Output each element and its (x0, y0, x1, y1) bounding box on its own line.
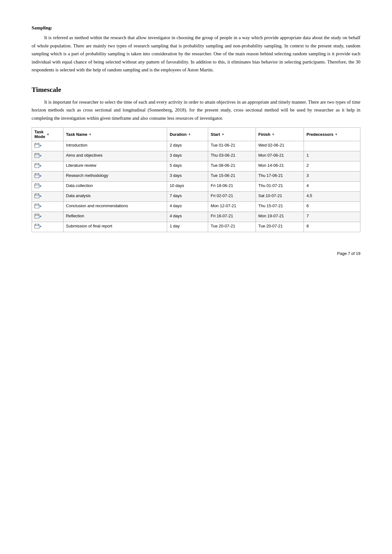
finish-cell: Sat 10-07-21 (256, 192, 304, 202)
table-row: Reflection4 daysFri 16-07-21Mon 19-07-21… (32, 212, 360, 222)
task-name-cell: Data collection (63, 182, 167, 192)
task-mode-cell (32, 161, 63, 172)
svg-rect-8 (35, 164, 39, 168)
task-mode-icon (34, 183, 41, 189)
table-row: Research methodology3 daysTue 15-06-21Th… (32, 172, 360, 182)
dropdown-arrow-task-name[interactable]: ▼ (88, 133, 92, 136)
task-mode-cell (32, 222, 63, 232)
task-mode-cell (32, 141, 63, 151)
table-row: Data collection10 daysFri 18-06-21Thu 01… (32, 182, 360, 192)
predecessors-cell: 7 (304, 212, 360, 222)
page-footer: Page 7 of 19 (32, 251, 360, 256)
predecessors-cell: 4 (304, 182, 360, 192)
predecessors-cell: 2 (304, 161, 360, 172)
start-cell: Tue 08-06-21 (208, 161, 256, 172)
start-cell: Thu 03-06-21 (208, 151, 256, 161)
table-row: Aims and objectives3 daysThu 03-06-21Mon… (32, 151, 360, 161)
table-row: Literature review5 daysTue 08-06-21Mon 1… (32, 161, 360, 172)
task-mode-icon (34, 163, 41, 169)
task-mode-cell (32, 172, 63, 182)
dropdown-arrow-finish[interactable]: ▼ (272, 133, 275, 136)
timescale-heading: Timescale (32, 86, 360, 94)
predecessors-cell (304, 141, 360, 151)
task-mode-cell (32, 202, 63, 212)
col-header-duration[interactable]: Duration ▼ (167, 128, 208, 141)
sampling-section: Sampling: It is referred as method withi… (32, 25, 360, 74)
task-table: TaskMode ▼ Task Name ▼ Duration ▼ (32, 127, 360, 232)
finish-cell: Tue 20-07-21 (256, 222, 304, 232)
col-label-task-name: Task Name (66, 132, 87, 137)
dropdown-arrow-predecessors[interactable]: ▼ (335, 133, 338, 136)
task-mode-icon (34, 143, 41, 148)
start-cell: Tue 20-07-21 (208, 222, 256, 232)
task-name-cell: Submission of final report (63, 222, 167, 232)
sampling-paragraph: It is referred as method within the rese… (32, 34, 360, 74)
sampling-heading: Sampling: (32, 25, 360, 31)
table-row: Introduction2 daysTue 01-06-21Wed 02-06-… (32, 141, 360, 151)
finish-cell: Mon 19-07-21 (256, 212, 304, 222)
col-label-duration: Duration (170, 132, 186, 137)
task-mode-icon (34, 193, 41, 199)
timescale-section: Timescale It is important for researcher… (32, 86, 360, 232)
dropdown-arrow-start[interactable]: ▼ (221, 133, 225, 136)
start-cell: Tue 15-06-21 (208, 172, 256, 182)
start-cell: Fri 18-06-21 (208, 182, 256, 192)
svg-rect-24 (35, 204, 39, 208)
duration-cell: 4 days (167, 212, 208, 222)
task-mode-cell (32, 182, 63, 192)
svg-rect-16 (35, 184, 39, 188)
task-mode-icon (34, 214, 41, 219)
finish-cell: Thu 15-07-21 (256, 202, 304, 212)
table-row: Data analysis7 daysFri 02-07-21Sat 10-07… (32, 192, 360, 202)
task-mode-cell (32, 212, 63, 222)
col-header-predecessors[interactable]: Predecessors ▼ (304, 128, 360, 141)
col-header-task-mode[interactable]: TaskMode ▼ (32, 128, 63, 141)
task-mode-cell (32, 151, 63, 161)
col-label-predecessors: Predecessors (306, 132, 333, 137)
col-header-finish[interactable]: Finish ▼ (256, 128, 304, 141)
task-name-cell: Introduction (63, 141, 167, 151)
dropdown-arrow-duration[interactable]: ▼ (188, 133, 191, 136)
finish-cell: Thu 17-06-21 (256, 172, 304, 182)
duration-cell: 3 days (167, 151, 208, 161)
task-name-cell: Research methodology (63, 172, 167, 182)
duration-cell: 2 days (167, 141, 208, 151)
finish-cell: Wed 02-06-21 (256, 141, 304, 151)
duration-cell: 3 days (167, 172, 208, 182)
col-label-start: Start (211, 132, 220, 137)
start-cell: Tue 01-06-21 (208, 141, 256, 151)
svg-rect-0 (35, 143, 39, 148)
task-name-cell: Data analysis (63, 192, 167, 202)
predecessors-cell: 6 (304, 202, 360, 212)
col-label-finish: Finish (258, 132, 270, 137)
finish-cell: Mon 07-06-21 (256, 151, 304, 161)
start-cell: Fri 02-07-21 (208, 192, 256, 202)
svg-rect-32 (35, 224, 39, 228)
task-name-cell: Literature review (63, 161, 167, 172)
dropdown-arrow-task-mode[interactable]: ▼ (46, 133, 50, 136)
col-header-task-name[interactable]: Task Name ▼ (63, 128, 167, 141)
predecessors-cell: 4,5 (304, 192, 360, 202)
duration-cell: 5 days (167, 161, 208, 172)
task-mode-icon (34, 203, 41, 209)
page-number: Page 7 of 19 (337, 251, 360, 256)
svg-rect-28 (35, 214, 39, 218)
timescale-paragraph: It is important for researcher to select… (32, 98, 360, 123)
table-header-row: TaskMode ▼ Task Name ▼ Duration ▼ (32, 128, 360, 141)
col-label-task-mode: TaskMode (34, 129, 45, 139)
finish-cell: Mon 14-06-21 (256, 161, 304, 172)
task-name-cell: Aims and objectives (63, 151, 167, 161)
finish-cell: Thu 01-07-21 (256, 182, 304, 192)
task-mode-icon (34, 224, 41, 229)
task-name-cell: Reflection (63, 212, 167, 222)
start-cell: Mon 12-07-21 (208, 202, 256, 212)
col-header-start[interactable]: Start ▼ (208, 128, 256, 141)
svg-rect-4 (35, 154, 39, 158)
table-row: Submission of final report1 dayTue 20-07… (32, 222, 360, 232)
predecessors-cell: 3 (304, 172, 360, 182)
svg-rect-20 (35, 194, 39, 198)
svg-rect-12 (35, 174, 39, 178)
task-mode-icon (34, 173, 41, 179)
table-row: Conclusion and recommendations4 daysMon … (32, 202, 360, 212)
task-mode-icon (34, 153, 41, 159)
